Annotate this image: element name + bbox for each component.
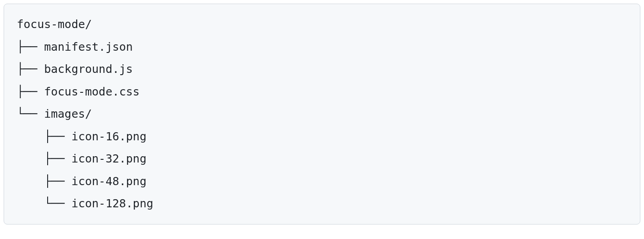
tree-line: └── icon-128.png xyxy=(17,197,153,210)
tree-line: ├── focus-mode.css xyxy=(17,85,140,98)
tree-line: ├── background.js xyxy=(17,62,133,76)
tree-line: ├── icon-16.png xyxy=(17,130,146,143)
tree-line: ├── icon-48.png xyxy=(17,175,146,188)
tree-line: └── images/ xyxy=(17,107,92,120)
file-tree-block: focus-mode/ ├── manifest.json ├── backgr… xyxy=(4,4,640,225)
tree-line: ├── manifest.json xyxy=(17,40,133,53)
tree-line: focus-mode/ xyxy=(17,18,92,31)
tree-line: ├── icon-32.png xyxy=(17,152,146,165)
